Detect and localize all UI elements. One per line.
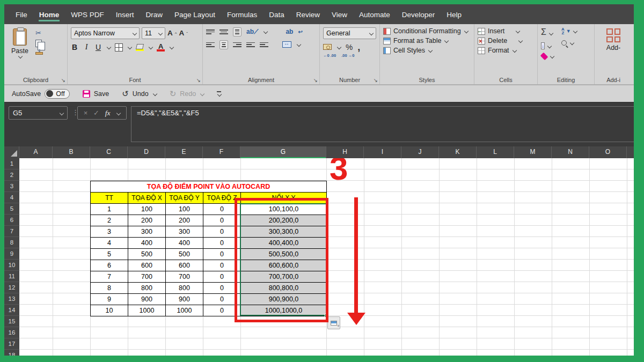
cancel-icon[interactable]: × — [84, 109, 88, 117]
cut-icon[interactable]: ✂ — [35, 29, 43, 37]
cell-x[interactable]: 200 — [128, 215, 166, 226]
cell-tt[interactable]: 2 — [91, 215, 128, 226]
cell-join-xyz[interactable]: 900,900,0 — [241, 294, 327, 305]
format-cells-button[interactable]: Format — [478, 47, 534, 54]
format-painter-icon[interactable] — [35, 52, 43, 55]
autofill-options-button[interactable] — [327, 316, 340, 329]
format-as-table-button[interactable]: Format as Table — [383, 37, 471, 45]
row-header[interactable]: 5 — [4, 203, 19, 215]
increase-decimal-icon[interactable]: ←0 .00 — [323, 54, 336, 57]
shrink-font-icon[interactable]: A — [179, 30, 185, 36]
row-header[interactable]: 3 — [4, 181, 19, 192]
cell-z[interactable]: 0 — [203, 305, 241, 316]
cell-join-xyz[interactable]: 500,500,0 — [241, 249, 327, 260]
cell-z[interactable]: 0 — [203, 271, 241, 283]
align-top-icon[interactable] — [206, 29, 215, 34]
cell-z[interactable]: 0 — [203, 238, 241, 249]
row-header[interactable]: 12 — [4, 282, 19, 293]
cell-x[interactable]: 700 — [128, 271, 166, 283]
col-header-j[interactable]: J — [401, 146, 439, 158]
row-header[interactable]: 6 — [4, 215, 19, 226]
conditional-formatting-button[interactable]: Conditional Formatting — [383, 27, 471, 35]
tab-insert[interactable]: Insert — [110, 6, 140, 23]
cell-join-xyz[interactable]: 400,400,0 — [241, 238, 327, 249]
grow-font-icon[interactable]: A — [167, 30, 173, 36]
select-all-corner[interactable] — [4, 146, 19, 158]
cell-y[interactable]: 300 — [166, 226, 203, 238]
row-header[interactable]: 9 — [4, 248, 19, 260]
decrease-indent-icon[interactable] — [246, 42, 255, 47]
row-header[interactable]: 18 — [4, 350, 19, 356]
name-box[interactable]: G5 — [9, 106, 68, 120]
cell-x[interactable]: 300 — [128, 226, 166, 238]
cell-x[interactable]: 900 — [128, 294, 166, 305]
align-middle-icon[interactable] — [219, 29, 228, 34]
tab-page-layout[interactable]: Page Layout — [169, 6, 221, 23]
orientation-icon[interactable]: ab⟋ — [246, 28, 258, 35]
cell-y[interactable]: 100 — [166, 204, 203, 215]
row-header[interactable]: 8 — [4, 237, 19, 248]
col-header-h[interactable]: H — [326, 146, 364, 158]
cell-y[interactable]: 200 — [166, 215, 203, 226]
customize-qat-icon[interactable] — [217, 91, 221, 96]
header-toa-do-z[interactable]: TỌA ĐỘ Z — [203, 193, 241, 204]
cell-x[interactable]: 400 — [128, 238, 166, 249]
row-header[interactable]: 11 — [4, 271, 19, 282]
tab-developer[interactable]: Developer — [396, 6, 441, 23]
cell-join-xyz[interactable]: 300,300,0 — [241, 226, 327, 238]
row-header[interactable]: 13 — [4, 293, 19, 305]
header-tt[interactable]: TT — [91, 193, 128, 204]
cell-tt[interactable]: 8 — [91, 283, 128, 294]
find-select-icon[interactable] — [561, 40, 567, 46]
cell-tt[interactable]: 3 — [91, 226, 128, 238]
col-header-o[interactable]: O — [589, 146, 627, 158]
cell-z[interactable]: 0 — [203, 215, 241, 226]
align-bottom-icon[interactable] — [233, 27, 241, 36]
align-center-icon[interactable] — [219, 40, 228, 49]
number-dialog-launcher-icon[interactable]: ↘ — [374, 77, 378, 83]
cell-y[interactable]: 600 — [166, 260, 203, 271]
cell-y[interactable]: 500 — [166, 249, 203, 260]
tab-automate[interactable]: Automate — [353, 6, 396, 23]
cell-join-xyz[interactable]: 700,700,0 — [241, 271, 327, 283]
font-name-combo[interactable]: Aptos Narrow — [71, 27, 140, 39]
tab-file[interactable]: File — [10, 6, 33, 23]
delete-cells-button[interactable]: Delete — [478, 37, 534, 45]
cell-join-xyz[interactable]: 200,200,0 — [241, 215, 327, 226]
header-toa-do-x[interactable]: TỌA ĐỘ X — [128, 193, 166, 204]
autosave-toggle[interactable]: Off — [45, 89, 69, 99]
row-header[interactable]: 4 — [4, 192, 19, 203]
cell-styles-button[interactable]: Cell Styles — [383, 47, 471, 54]
tab-home[interactable]: Home — [33, 6, 65, 23]
comma-style-icon[interactable]: , — [357, 45, 360, 50]
addins-label[interactable]: Add- — [598, 44, 629, 51]
undo-icon[interactable]: ↺ — [122, 91, 129, 97]
cell-tt[interactable]: 6 — [91, 260, 128, 271]
borders-dropdown-icon[interactable] — [128, 45, 132, 49]
tab-view[interactable]: View — [326, 6, 353, 23]
copy-icon[interactable] — [35, 40, 42, 47]
cell-x[interactable]: 600 — [128, 260, 166, 271]
tab-help[interactable]: Help — [441, 6, 467, 23]
clipboard-dialog-launcher-icon[interactable]: ↘ — [61, 77, 65, 83]
tab-formulas[interactable]: Formulas — [221, 6, 263, 23]
cell-y[interactable]: 1000 — [166, 305, 203, 316]
cell-tt[interactable]: 10 — [91, 305, 128, 316]
row-header[interactable]: 1 — [4, 158, 19, 169]
font-color-dropdown-icon[interactable] — [170, 45, 174, 49]
cell-z[interactable]: 0 — [203, 283, 241, 294]
cell-z[interactable]: 0 — [203, 260, 241, 271]
col-header-g-selected[interactable]: G — [240, 146, 326, 158]
name-box-dropdown-icon[interactable] — [60, 110, 64, 115]
cell-z[interactable]: 0 — [203, 249, 241, 260]
clear-icon[interactable] — [540, 53, 548, 61]
cell-y[interactable]: 800 — [166, 283, 203, 294]
insert-cells-button[interactable]: Insert — [478, 27, 534, 35]
fill-color-dropdown-icon[interactable] — [149, 45, 153, 49]
italic-button[interactable]: I — [83, 43, 90, 51]
cell-tt[interactable]: 7 — [91, 271, 128, 283]
fill-down-icon[interactable]: ↓ — [541, 42, 545, 49]
col-header-i[interactable]: I — [364, 146, 401, 158]
alignment-dialog-launcher-icon[interactable]: ↘ — [313, 77, 318, 83]
cell-join-xyz[interactable]: 800,800,0 — [241, 283, 327, 294]
